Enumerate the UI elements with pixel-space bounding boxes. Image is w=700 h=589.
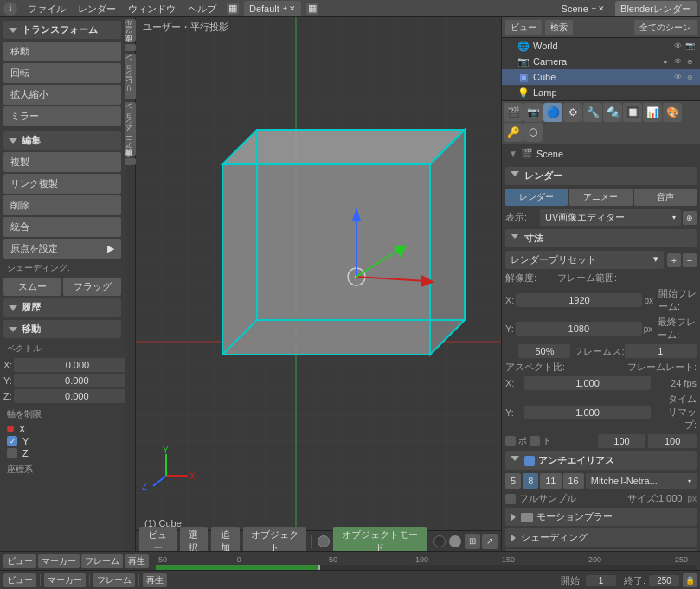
delete-button[interactable]: 削除 (3, 195, 121, 215)
to-checkbox[interactable] (530, 436, 540, 446)
workspace-selector[interactable]: Default + ✕ (244, 1, 301, 16)
y-value-input[interactable] (14, 374, 125, 387)
z-checkbox[interactable] (7, 448, 17, 458)
preset-remove-button[interactable]: − (683, 253, 697, 267)
render-tab-audio[interactable]: 音声 (634, 189, 697, 206)
po-checkbox[interactable] (505, 436, 516, 446)
motion-blur-section[interactable]: モーションブラー (505, 508, 697, 526)
ay-input[interactable] (524, 406, 651, 419)
mirror-button[interactable]: ミラー (3, 106, 121, 126)
tl-view-btn[interactable]: ビュー (3, 554, 36, 568)
bb-play-btn[interactable]: 再生 (143, 573, 167, 587)
z-value-input[interactable] (14, 389, 125, 403)
tm-val1-input[interactable] (598, 434, 646, 448)
world-eye-icon[interactable]: 👁 (672, 41, 683, 51)
prop-tab-object[interactable]: ⚙ (563, 103, 582, 122)
x-res-input[interactable] (516, 293, 642, 307)
scale-button[interactable]: 拡大縮小 (3, 85, 121, 105)
edit-section-header[interactable]: 編集 (3, 131, 121, 150)
vtab-tools[interactable]: ツール (125, 19, 136, 42)
render-tab-render[interactable]: レンダー (505, 189, 568, 206)
tl-marker-btn[interactable]: マーカー (38, 554, 80, 568)
aa-section-header[interactable]: アンチエイリアス (505, 451, 697, 470)
fullsample-checkbox[interactable] (505, 494, 516, 504)
bb-view-btn[interactable]: ビュー (3, 573, 36, 587)
shading-section[interactable]: シェーディング (505, 528, 697, 547)
menu-help[interactable]: ヘルプ (183, 1, 222, 16)
link-duplicate-button[interactable]: リンク複製 (3, 174, 121, 194)
tree-item-world[interactable]: 🌐 World 👁 📷 (502, 38, 700, 54)
right-search-button[interactable]: 検索 (545, 20, 573, 35)
rotate-button[interactable]: 回転 (3, 63, 121, 83)
world-render-icon[interactable]: 📷 (684, 41, 695, 51)
aa-btn-11[interactable]: 11 (540, 473, 561, 489)
render-engine-label[interactable]: Blenderレンダー (615, 1, 697, 16)
editor-type-icon[interactable]: ▦ (227, 3, 239, 15)
prop-tab-particles[interactable]: 🔑 (504, 123, 523, 142)
x-value-input[interactable] (14, 358, 125, 372)
smooth-button[interactable]: スムー (3, 278, 61, 296)
percent-input[interactable] (518, 344, 570, 358)
y-res-input[interactable] (516, 322, 642, 336)
vtab-anim[interactable]: アニメーション (125, 102, 136, 156)
menu-file[interactable]: ファイル (22, 1, 71, 16)
tree-item-cube[interactable]: ▣ Cube 👁 ⊕ (502, 69, 700, 85)
cube-eye-icon[interactable]: 👁 (672, 72, 683, 82)
bb-marker-btn[interactable]: マーカー (44, 573, 86, 587)
viewport[interactable]: ユーザー・平行投影 (136, 17, 501, 551)
prop-tab-material[interactable]: 📊 (643, 103, 662, 122)
bb-end-input[interactable] (649, 575, 679, 586)
ax-input[interactable] (524, 376, 651, 390)
scene-selector[interactable]: Scene + ✕ (556, 1, 610, 16)
vtab-physics[interactable]: 物理演算 (125, 158, 136, 165)
prop-tab-texture[interactable]: 🎨 (663, 103, 682, 122)
aa-btn-16[interactable]: 16 (563, 473, 584, 489)
display-extra-btn[interactable]: ⊕ (683, 211, 697, 225)
vtab-create[interactable]: 作成 (125, 44, 136, 51)
camera-eye-icon[interactable]: ● (660, 56, 671, 67)
render-tab-animate[interactable]: アニメー (569, 189, 632, 206)
origin-button[interactable]: 原点を設定 ▶ (3, 239, 121, 259)
aa-enabled-checkbox[interactable] (524, 456, 535, 466)
preset-dropdown[interactable]: レンダープリセット ▾ (505, 251, 664, 269)
bb-start-input[interactable] (586, 575, 616, 586)
frames-input[interactable] (625, 344, 697, 358)
bb-frame-btn[interactable]: フレーム (93, 573, 135, 587)
prop-tab-world[interactable]: 🔵 (543, 103, 562, 122)
move-section-header[interactable]: 移動 (3, 320, 121, 338)
tm-val2-input[interactable] (648, 434, 697, 448)
transform-section-header[interactable]: トランスフォーム (3, 21, 121, 39)
vtab-relations[interactable]: リレーション (125, 54, 136, 99)
aa-btn-8[interactable]: 8 (523, 473, 538, 489)
duplicate-button[interactable]: 複製 (3, 152, 121, 172)
viewport-icon-1[interactable]: ⊞ (465, 534, 480, 549)
right-view-button[interactable]: ビュー (505, 20, 542, 35)
tl-frame-btn[interactable]: フレーム (81, 554, 123, 568)
history-section-header[interactable]: 履歴 (3, 298, 121, 317)
size-section-header[interactable]: 寸法 (505, 229, 697, 247)
menu-window[interactable]: ウィンドウ (123, 1, 181, 16)
join-button[interactable]: 統合 (3, 217, 121, 237)
y-checkbox[interactable]: ✓ (7, 436, 17, 446)
preset-add-button[interactable]: + (667, 253, 681, 267)
right-all-scenes-button[interactable]: 全てのシーン (634, 20, 697, 35)
tree-item-lamp[interactable]: 💡 Lamp (502, 85, 700, 100)
render-section-header[interactable]: レンダー (505, 167, 697, 185)
prop-tab-physics[interactable]: ⬡ (523, 123, 543, 142)
lock-icon[interactable]: 🔒 (683, 573, 697, 587)
prop-tab-scene[interactable]: 📷 (523, 103, 543, 122)
tl-play-btn[interactable]: 再生 (125, 554, 149, 568)
flat-button[interactable]: フラッグ (63, 278, 121, 296)
prop-tab-modifiers[interactable]: 🔩 (603, 103, 622, 122)
info-icon[interactable]: ℹ (3, 2, 17, 16)
cube-extra-icon[interactable]: ⊕ (684, 72, 695, 82)
camera-extra-icon[interactable]: ⊕ (684, 56, 695, 67)
viewport-icon-2[interactable]: ↗ (482, 534, 498, 549)
prop-tab-data[interactable]: 🔲 (623, 103, 642, 122)
menu-render[interactable]: レンダー (73, 1, 121, 16)
prop-tab-constraints[interactable]: 🔧 (583, 103, 602, 122)
timeline-ruler[interactable]: -50 0 50 100 150 200 250 (156, 552, 697, 570)
tree-item-camera[interactable]: 📷 Camera ● 👁 ⊕ (502, 54, 700, 69)
scene-editor-icon[interactable]: ▦ (306, 3, 318, 15)
camera-render-icon[interactable]: 👁 (672, 56, 683, 67)
